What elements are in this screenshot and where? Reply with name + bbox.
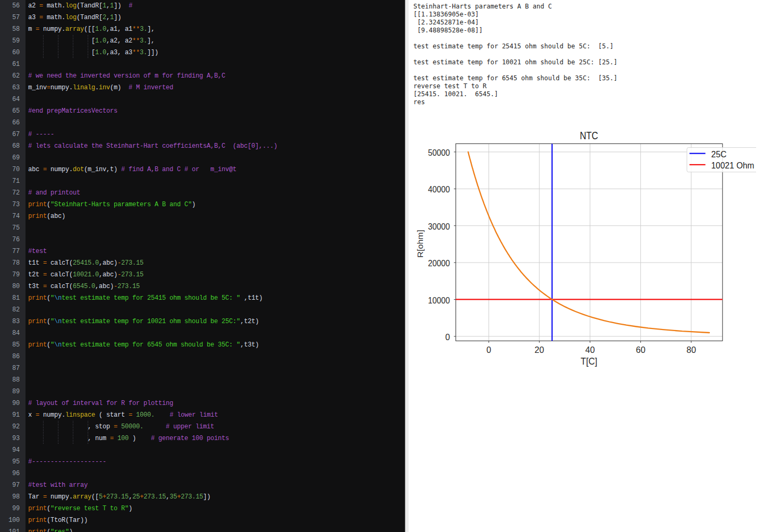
svg-text:80: 80: [686, 345, 696, 354]
svg-text:10021 Ohm: 10021 Ohm: [711, 161, 754, 170]
svg-text:25C: 25C: [711, 149, 727, 159]
svg-text:30000: 30000: [428, 222, 450, 231]
svg-text:NTC: NTC: [580, 130, 598, 141]
svg-text:0: 0: [486, 345, 491, 354]
svg-text:40: 40: [585, 345, 595, 354]
svg-text:60: 60: [636, 345, 646, 354]
svg-text:20: 20: [535, 345, 544, 354]
svg-text:40000: 40000: [428, 185, 450, 194]
svg-text:0: 0: [445, 333, 450, 342]
svg-text:50000: 50000: [428, 148, 450, 157]
svg-text:R[ohm]: R[ohm]: [416, 230, 425, 257]
svg-text:20000: 20000: [428, 259, 450, 268]
svg-text:T[C]: T[C]: [581, 356, 598, 367]
svg-text:10000: 10000: [428, 296, 450, 305]
